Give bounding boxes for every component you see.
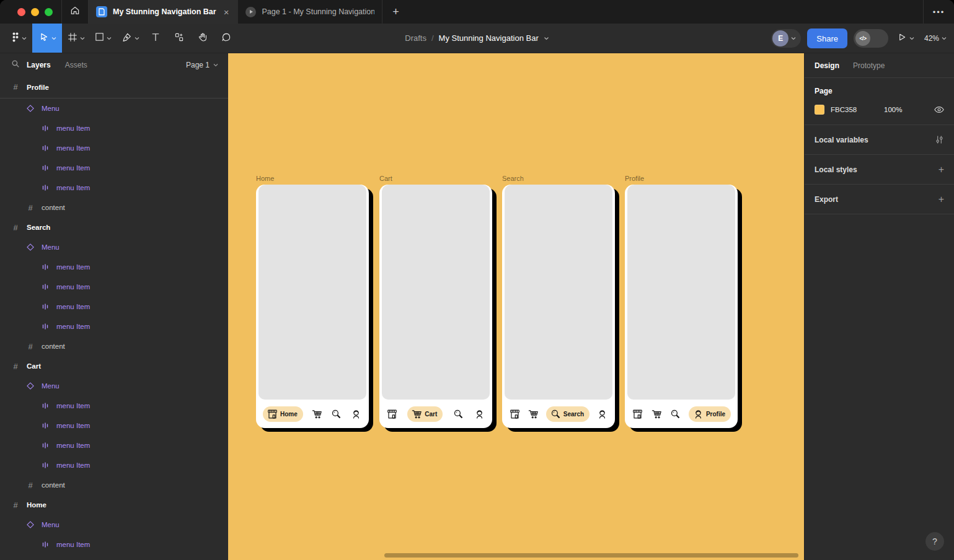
layer-row-menu-item[interactable]: menu Item [0,257,228,277]
layer-row-content[interactable]: #content [0,475,228,495]
minimize-window-button[interactable] [31,8,39,16]
tab-prototype[interactable]: Prototype [853,61,885,70]
nav-item-profile[interactable] [474,408,485,420]
close-tab-icon[interactable]: × [222,6,231,18]
nav-item-search-active[interactable]: Search [546,406,590,422]
bottom-nav-bar[interactable]: Profile [625,400,738,428]
design-canvas[interactable]: HomeHomeCartCartSearchSearchProfileProfi… [228,53,804,560]
layer-row-menu-item[interactable]: menu Item [0,317,228,336]
comment-tool-button[interactable] [214,24,238,53]
chevron-down-icon[interactable] [51,37,56,40]
layer-row-menu-item[interactable]: menu Item [0,297,228,317]
phone-frame[interactable]: Profile [625,185,738,428]
layer-row-menu-item[interactable]: menu Item [0,416,228,435]
nav-item-search[interactable] [453,408,464,420]
frame-label[interactable]: Cart [379,175,492,183]
layer-row-content[interactable]: #content [0,336,228,356]
layer-row-profile-sticky[interactable]: # Profile [0,76,228,98]
bottom-nav-bar[interactable]: Home [256,400,369,428]
breadcrumb-project[interactable]: Drafts [405,33,426,43]
chevron-down-icon[interactable] [909,37,914,40]
layer-row-menu-item[interactable]: menu Item [0,277,228,297]
tab-assets[interactable]: Assets [65,61,87,69]
nav-item-profile[interactable] [596,408,608,420]
nav-item-cart[interactable] [651,408,663,420]
plus-icon[interactable]: + [939,164,944,175]
zoom-window-button[interactable] [45,8,53,16]
layer-row-menu[interactable]: Menu [0,98,228,118]
layer-row-search[interactable]: #Search [0,217,228,237]
nav-item-cart-active[interactable]: Cart [407,406,443,422]
nav-item-home[interactable] [632,408,643,420]
frame-content-area[interactable] [382,185,490,400]
tab-presentation[interactable]: Page 1 - My Stunning Navigation Bar [238,0,382,24]
frame-content-area[interactable] [258,185,366,400]
layer-row-home[interactable]: #Home [0,495,228,515]
chevron-down-icon[interactable] [544,37,549,40]
layer-row-content[interactable]: #content [0,198,228,217]
present-button[interactable] [894,32,917,45]
phone-frame[interactable]: Search [502,185,615,428]
text-tool-button[interactable] [144,24,167,53]
chevron-down-icon[interactable] [107,37,112,40]
layer-row-menu-item[interactable]: menu Item [0,535,228,554]
search-icon[interactable] [11,59,20,71]
hand-tool-button[interactable] [191,24,214,53]
color-swatch[interactable] [815,105,824,115]
zoom-menu[interactable]: 42% [923,34,948,43]
plus-icon[interactable]: + [939,194,944,205]
layer-row-menu-item[interactable]: menu Item [0,435,228,455]
variables-icon[interactable] [935,135,944,144]
close-window-button[interactable] [17,8,25,16]
frame-content-area[interactable] [627,185,735,400]
local-variables-section[interactable]: Local variables [805,125,954,155]
frame-label[interactable]: Home [256,175,369,183]
color-opacity-value[interactable]: 100% [884,106,934,113]
frame-label[interactable]: Search [502,175,615,183]
main-menu-button[interactable] [5,24,32,53]
frame-label[interactable]: Profile [625,175,738,183]
nav-item-search[interactable] [669,408,681,420]
layer-row-menu-item[interactable]: menu Item [0,178,228,198]
local-styles-section[interactable]: Local styles + [805,155,954,185]
nav-item-home-active[interactable]: Home [263,406,303,422]
layer-row-menu[interactable]: Menu [0,515,228,535]
share-button[interactable]: Share [807,28,847,48]
frame-content-area[interactable] [505,185,612,400]
nav-item-cart[interactable] [528,408,539,420]
layer-row-menu[interactable]: Menu [0,237,228,257]
pen-tool-button[interactable] [117,24,144,53]
export-section[interactable]: Export + [805,185,954,214]
help-button[interactable]: ? [925,532,944,551]
layer-row-menu-item[interactable]: menu Item [0,118,228,138]
dev-mode-toggle[interactable]: </> [854,29,888,48]
shape-tool-button[interactable] [89,24,117,53]
move-tool-button[interactable] [32,24,62,53]
horizontal-scrollbar[interactable] [384,553,798,558]
color-hex-value[interactable]: FBC358 [831,106,869,113]
tab-layers[interactable]: Layers [27,61,51,69]
bottom-nav-bar[interactable]: Search [502,400,615,428]
actions-tool-button[interactable] [167,24,191,53]
chevron-down-icon[interactable] [135,37,139,40]
phone-frame[interactable]: Cart [379,185,492,428]
layer-row-menu-item[interactable]: menu Item [0,396,228,416]
frame-tool-button[interactable] [62,24,89,53]
window-menu-button[interactable]: ••• [923,0,954,24]
layer-row-menu-item[interactable]: menu Item [0,158,228,178]
breadcrumb-file-name[interactable]: My Stunning Navigation Bar [439,33,539,43]
phone-frame[interactable]: Home [256,185,369,428]
account-menu[interactable]: E [771,29,801,48]
layer-row-cart[interactable]: #Cart [0,356,228,376]
nav-item-home[interactable] [386,408,398,420]
nav-item-cart[interactable] [311,408,323,420]
page-selector[interactable]: Page 1 [186,61,218,69]
nav-item-search[interactable] [330,408,342,420]
bottom-nav-bar[interactable]: Cart [379,400,492,428]
tab-file[interactable]: My Stunning Navigation Bar × [89,0,238,24]
layer-row-menu-item[interactable]: menu Item [0,138,228,158]
home-button[interactable] [61,0,89,24]
nav-item-profile[interactable] [350,408,362,420]
layer-row-menu[interactable]: Menu [0,376,228,396]
nav-item-home[interactable] [509,408,521,420]
